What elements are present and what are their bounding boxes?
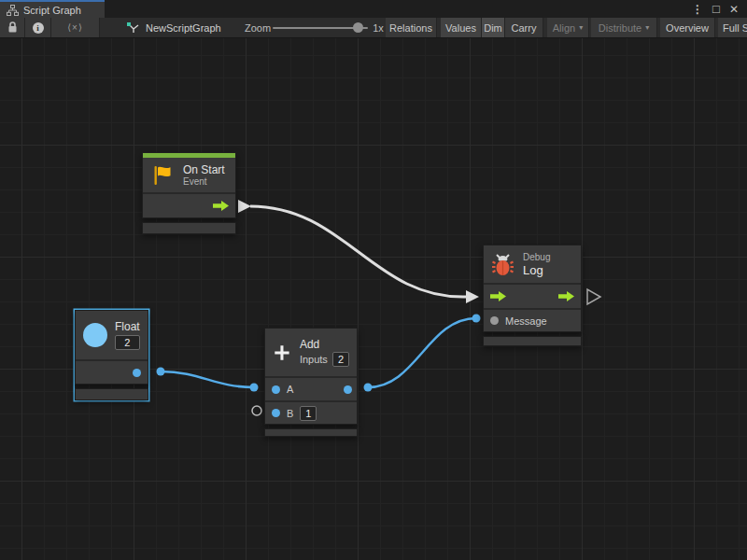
tab-title: Script Graph <box>23 5 81 16</box>
node-title: Float <box>115 320 140 333</box>
dim-button[interactable]: Dim <box>482 18 505 37</box>
flow-output-port[interactable] <box>558 291 574 301</box>
wire-start-arrow-icon[interactable] <box>238 200 251 213</box>
wires-layer <box>0 38 747 560</box>
node-add[interactable]: Add Inputs 2 A B 1 <box>264 328 358 437</box>
inspect-button[interactable]: i <box>25 18 51 37</box>
distribute-button[interactable]: Distribute ▾ <box>591 18 657 37</box>
node-title: On Start <box>183 163 225 176</box>
wire-endpoint-dot[interactable] <box>364 384 373 392</box>
unconnected-input-circle[interactable] <box>252 406 261 415</box>
script-graph-asset-icon <box>126 21 140 34</box>
node-title: Add <box>300 338 349 351</box>
script-graph-window: Script Graph ⋮ □ ✕ i ⟨×⟩ NewScriptGraph <box>0 0 747 560</box>
add-output-port[interactable] <box>344 385 352 394</box>
wire-endpoint-dot[interactable] <box>472 315 481 323</box>
flag-icon <box>150 163 175 188</box>
values-button[interactable]: Values <box>441 18 482 37</box>
chevron-down-icon: ▾ <box>645 23 649 32</box>
float-type-icon <box>83 323 107 347</box>
zoom-value: 1x <box>369 18 388 37</box>
edit-source-button[interactable]: ⟨×⟩ <box>51 18 100 37</box>
node-debug-log[interactable]: Debug Log Message <box>483 245 582 346</box>
graph-name-label: NewScriptGraph <box>146 22 221 34</box>
info-icon: i <box>33 22 44 34</box>
message-input-port[interactable] <box>490 316 499 325</box>
lock-button[interactable] <box>0 18 25 37</box>
code-icon: ⟨×⟩ <box>67 22 83 33</box>
float-value-input[interactable]: 2 <box>115 335 140 350</box>
add-input-b-port[interactable] <box>272 409 280 417</box>
node-title: Log <box>523 263 550 277</box>
port-label: A <box>287 384 293 395</box>
inputs-count-input[interactable]: 2 <box>332 352 349 367</box>
float-output-port[interactable] <box>133 369 141 377</box>
window-controls: ⋮ □ ✕ <box>692 0 747 18</box>
graph-name: NewScriptGraph <box>126 18 221 37</box>
graph-hierarchy-icon <box>7 5 19 16</box>
wire-end-arrow-icon[interactable] <box>466 290 479 303</box>
node-footer <box>483 336 582 346</box>
plus-icon <box>273 341 291 365</box>
node-footer <box>75 388 148 400</box>
zoom-slider-handle[interactable] <box>353 22 363 33</box>
maximize-icon[interactable]: □ <box>712 3 720 15</box>
tab-script-graph[interactable]: Script Graph <box>0 0 105 18</box>
wire-endpoint-dot[interactable] <box>250 384 259 392</box>
overview-button[interactable]: Overview <box>660 18 715 37</box>
flow-input-port[interactable] <box>490 291 506 301</box>
wire-add-to-message[interactable] <box>368 318 476 387</box>
node-on-start[interactable]: On Start Event <box>142 152 236 234</box>
carry-button[interactable]: Carry <box>505 18 543 37</box>
node-footer <box>264 428 358 437</box>
chevron-down-icon: ▾ <box>579 23 583 32</box>
inputs-label: Inputs <box>300 354 328 365</box>
flow-output-port[interactable] <box>213 201 229 211</box>
wire-endpoint-dot[interactable] <box>157 368 165 376</box>
align-label: Align <box>553 22 575 34</box>
align-button[interactable]: Align ▾ <box>547 18 589 37</box>
node-subtitle: Event <box>183 176 225 188</box>
relations-button[interactable]: Relations <box>386 18 437 37</box>
bug-icon <box>491 252 514 276</box>
close-icon[interactable]: ✕ <box>729 4 739 15</box>
graph-canvas[interactable]: On Start Event <box>0 38 747 560</box>
tab-bar: Script Graph ⋮ □ ✕ <box>0 0 747 18</box>
wire-onstart-to-log[interactable] <box>250 206 467 297</box>
wire-float-to-add-a[interactable] <box>161 371 254 387</box>
port-label: Message <box>505 315 547 327</box>
toolbar: i ⟨×⟩ NewScriptGraph Zoom 1x Relations V… <box>0 18 747 38</box>
add-input-a-port[interactable] <box>272 385 280 394</box>
node-category: Debug <box>523 252 550 263</box>
b-value-input[interactable]: 1 <box>300 406 317 421</box>
port-label: B <box>287 408 293 419</box>
fullscreen-button[interactable]: Full Screen <box>718 18 747 37</box>
zoom-label: Zoom <box>245 18 271 37</box>
unconnected-output-triangle-icon[interactable] <box>587 289 600 304</box>
distribute-label: Distribute <box>599 22 641 34</box>
lock-icon <box>7 21 18 34</box>
menu-icon[interactable]: ⋮ <box>692 4 703 15</box>
node-footer <box>142 222 236 234</box>
node-float[interactable]: Float 2 <box>75 310 148 400</box>
